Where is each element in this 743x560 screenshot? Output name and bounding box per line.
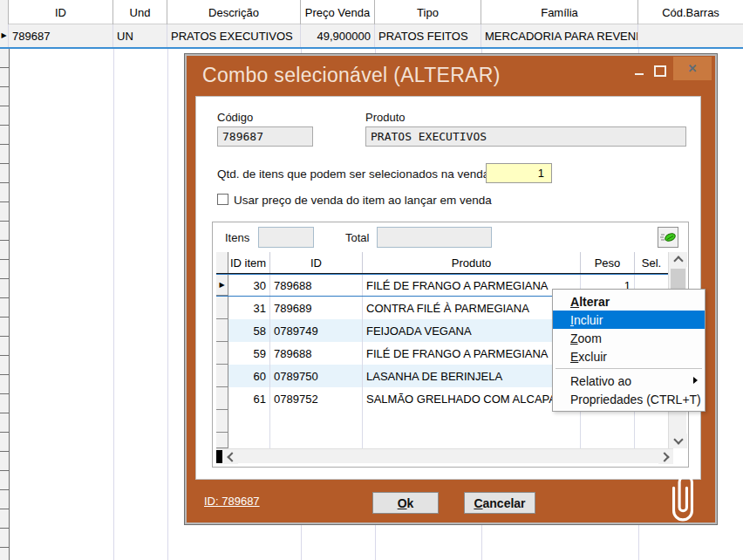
- maximize-button[interactable]: [651, 62, 670, 79]
- grid-row-selector: ▶: [216, 275, 228, 296]
- grid-col-id-item[interactable]: ID item: [228, 252, 270, 273]
- qtd-input[interactable]: 1: [486, 163, 552, 183]
- total-field[interactable]: [377, 227, 492, 248]
- bg-cell-und[interactable]: UN: [113, 24, 167, 47]
- menu-item-excluir[interactable]: Excluir: [553, 347, 705, 365]
- submenu-arrow-icon: [693, 377, 698, 384]
- grid-empty-row: [216, 410, 668, 433]
- grid-row-selector: [216, 319, 228, 342]
- cell-id[interactable]: 789689: [270, 297, 363, 319]
- cell-id-item[interactable]: 58: [228, 319, 270, 342]
- grid-horizontal-scrollbar[interactable]: [216, 448, 673, 463]
- grid-col-id[interactable]: ID: [270, 252, 363, 273]
- cell-id[interactable]: 789688: [270, 275, 363, 296]
- bg-col-tipo[interactable]: Tipo: [375, 0, 481, 24]
- grid-empty-row: [216, 433, 668, 448]
- empty-cell: [635, 410, 668, 433]
- scroll-down-button[interactable]: [669, 434, 687, 448]
- paperclip-icon: [668, 473, 698, 523]
- id-link[interactable]: ID: 789687: [204, 495, 260, 508]
- clean-button[interactable]: [658, 227, 678, 248]
- cell-produto[interactable]: FILÉ DE FRANGO A PARMEGIANA: [363, 342, 581, 365]
- empty-cell: [270, 433, 363, 448]
- usar-preco-checkbox[interactable]: [217, 194, 228, 205]
- grid-row-selector: [216, 387, 228, 410]
- empty-cell: [363, 410, 581, 433]
- bg-col-preco-venda[interactable]: Preço Venda: [301, 0, 375, 24]
- app-window: ID Und Descrição Preço Venda Tipo Famíli…: [0, 0, 743, 560]
- empty-cell: [228, 410, 270, 433]
- cancel-button[interactable]: Cancelar: [464, 492, 535, 514]
- menu-item-key: E: [570, 350, 578, 364]
- itens-label: Itens: [225, 231, 249, 244]
- grid-header: ID item ID Produto Peso Sel.: [216, 252, 668, 274]
- grid-row-selector: [216, 365, 228, 387]
- close-icon: ✕: [688, 62, 698, 75]
- itens-field[interactable]: [258, 227, 314, 248]
- minimize-button[interactable]: [630, 62, 649, 79]
- codigo-field[interactable]: 789687: [217, 126, 313, 147]
- menu-item-relativo-ao[interactable]: Relativo ao: [553, 372, 705, 390]
- ok-button-key: O: [398, 496, 407, 510]
- grid-col-sel[interactable]: Sel.: [635, 252, 668, 273]
- current-row-marker-icon: ▶: [219, 282, 224, 289]
- menu-item-key: Z: [570, 331, 578, 345]
- bg-col-und[interactable]: Und: [113, 0, 167, 24]
- menu-item-alterar[interactable]: Alterar: [553, 292, 705, 311]
- background-table-row[interactable]: ▶ 789687 UN PRATOS EXECUTIVOS 49,900000 …: [0, 24, 743, 49]
- maximize-icon: [654, 65, 666, 77]
- scroll-up-button[interactable]: [669, 252, 687, 267]
- bg-col-descricao[interactable]: Descrição: [167, 0, 301, 24]
- horizontal-scroll-thumb[interactable]: [216, 450, 222, 463]
- produto-field[interactable]: PRATOS EXECUTIVOS: [365, 126, 686, 147]
- bg-cell-id[interactable]: 789687: [9, 24, 113, 47]
- scroll-right-button[interactable]: [658, 449, 673, 464]
- menu-item-label: oom: [578, 331, 602, 345]
- empty-cell: [270, 410, 363, 433]
- cell-produto[interactable]: LASANHA DE BERINJELA: [363, 365, 581, 387]
- close-button[interactable]: ✕: [673, 57, 712, 80]
- bg-row-selector: ▶: [0, 24, 9, 47]
- dialog-title: Combo selecionável (ALTERAR): [202, 64, 501, 87]
- context-menu: Alterar Incluir Zoom Excluir Relativo ao…: [552, 289, 706, 412]
- bg-cell-descricao[interactable]: PRATOS EXECUTIVOS: [167, 24, 301, 47]
- bg-cell-cod-barras[interactable]: [638, 24, 743, 47]
- menu-item-incluir[interactable]: Incluir: [553, 311, 705, 329]
- cell-produto[interactable]: FILÉ DE FRANGO A PARMEGIANA: [363, 275, 581, 296]
- ok-button[interactable]: Ok: [372, 492, 439, 514]
- cell-id-item[interactable]: 30: [228, 275, 270, 296]
- cell-id[interactable]: 0789749: [270, 319, 363, 342]
- scroll-left-button[interactable]: [223, 449, 238, 464]
- dialog-content-panel: Código 789687 Produto PRATOS EXECUTIVOS …: [195, 96, 701, 480]
- cell-id-item[interactable]: 61: [228, 387, 270, 410]
- grid-col-produto[interactable]: Produto: [363, 252, 581, 273]
- background-table-header: ID Und Descrição Preço Venda Tipo Famíli…: [0, 0, 743, 24]
- menu-item-label: Propriedades (CTRL+T): [570, 393, 701, 406]
- menu-item-label: lterar: [579, 295, 610, 309]
- cell-produto[interactable]: FEIJOADA VEGANA: [363, 319, 581, 342]
- cell-id-item[interactable]: 59: [228, 342, 270, 365]
- cell-produto[interactable]: SALMÃO GRELHADO COM ALCAPARRAS: [363, 387, 581, 410]
- bg-cell-preco-venda[interactable]: 49,900000: [301, 24, 375, 47]
- minimize-icon: [635, 73, 644, 75]
- bg-col-cod-barras[interactable]: Cód.Barras: [638, 0, 743, 24]
- cell-id-item[interactable]: 60: [228, 365, 270, 387]
- qtd-label: Qtd. de itens que podem ser selecionados…: [217, 167, 489, 181]
- bg-gridline: [113, 49, 114, 560]
- cancel-button-label: ancelar: [483, 496, 526, 510]
- cell-produto[interactable]: CONTRA FILÉ À PARMEGIANA: [363, 297, 581, 319]
- bg-col-familia[interactable]: Família: [481, 0, 638, 24]
- bg-cell-tipo[interactable]: PRATOS FEITOS: [375, 24, 481, 47]
- grid-col-peso[interactable]: Peso: [581, 252, 635, 273]
- menu-item-label: xcluir: [578, 350, 607, 364]
- cell-id-item[interactable]: 31: [228, 297, 270, 319]
- total-label: Total: [345, 231, 369, 244]
- cell-id[interactable]: 789688: [270, 342, 363, 365]
- menu-item-propriedades[interactable]: Propriedades (CTRL+T): [553, 390, 705, 408]
- background-row-selector-strip: [0, 49, 10, 560]
- cell-id[interactable]: 0789752: [270, 387, 363, 410]
- bg-col-id[interactable]: ID: [9, 0, 113, 24]
- bg-cell-familia[interactable]: MERCADORIA PARA REVENDA: [481, 24, 638, 47]
- cell-id[interactable]: 0789750: [270, 365, 363, 387]
- menu-item-zoom[interactable]: Zoom: [553, 329, 705, 347]
